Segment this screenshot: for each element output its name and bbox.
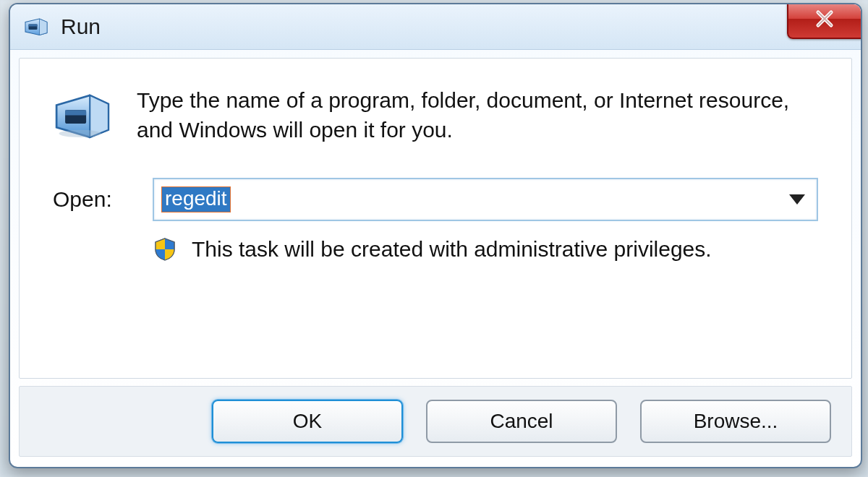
cancel-button[interactable]: Cancel [426, 400, 617, 443]
svg-point-4 [59, 130, 101, 137]
window-title: Run [61, 14, 101, 39]
close-button[interactable] [787, 3, 862, 39]
dialog-client-area: Type the name of a program, folder, docu… [19, 58, 852, 379]
svg-rect-1 [29, 25, 38, 27]
browse-button[interactable]: Browse... [640, 400, 831, 443]
run-icon [53, 90, 112, 142]
ok-button[interactable]: OK [212, 400, 403, 443]
chevron-down-icon[interactable] [789, 194, 805, 205]
uac-shield-icon [153, 237, 177, 262]
open-row: Open: regedit [53, 178, 818, 221]
open-label: Open: [53, 187, 153, 212]
button-bar: OK Cancel Browse... [19, 386, 852, 457]
run-dialog: Run [9, 3, 862, 468]
close-icon [814, 8, 835, 33]
run-icon [23, 17, 49, 37]
admin-row: This task will be created with administr… [153, 237, 818, 262]
open-input-value[interactable]: regedit [161, 186, 231, 212]
description-text: Type the name of a program, folder, docu… [137, 86, 817, 145]
titlebar[interactable]: Run [10, 4, 861, 50]
admin-notice-text: This task will be created with administr… [192, 237, 712, 262]
open-combobox[interactable]: regedit [153, 178, 818, 221]
svg-rect-3 [65, 110, 86, 115]
description-row: Type the name of a program, folder, docu… [53, 86, 818, 145]
